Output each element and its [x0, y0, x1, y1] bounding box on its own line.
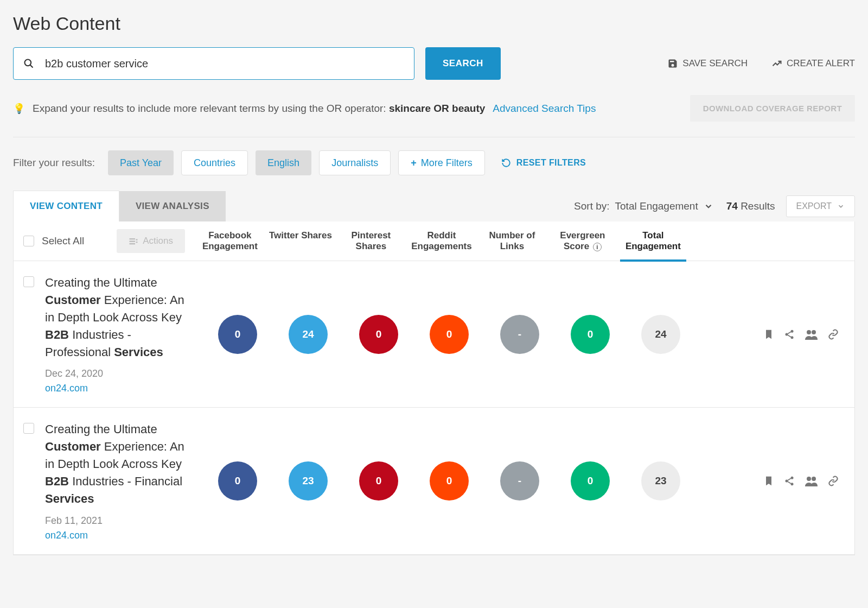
plus-icon: +: [411, 157, 417, 169]
alert-icon: [771, 58, 782, 69]
metric-evergreen: 0: [571, 461, 610, 501]
result-domain-link[interactable]: on24.com: [45, 383, 194, 394]
chevron-down-icon: [837, 201, 845, 211]
result-title[interactable]: Creating the Ultimate Customer Experienc…: [45, 274, 194, 360]
tab-view-content[interactable]: VIEW CONTENT: [13, 191, 119, 221]
search-input[interactable]: [45, 58, 404, 70]
create-alert-label: CREATE ALERT: [787, 58, 855, 69]
metric-facebook: 0: [218, 461, 257, 501]
share-icon[interactable]: [784, 476, 795, 486]
export-button[interactable]: EXPORT: [786, 195, 856, 217]
filter-chip-past-year[interactable]: Past Year: [108, 150, 174, 175]
metric-links: -: [500, 315, 539, 354]
create-alert-button[interactable]: CREATE ALERT: [771, 58, 855, 69]
result-date: Dec 24, 2020: [45, 368, 194, 379]
col-pinterest[interactable]: Pinterest Shares: [336, 230, 406, 252]
download-coverage-report-button: DOWNLOAD COVERAGE REPORT: [690, 95, 855, 122]
col-evergreen[interactable]: Evergreen Score i: [547, 230, 618, 252]
page-title: Web Content: [13, 13, 855, 34]
svg-line-1: [30, 65, 33, 68]
row-checkbox[interactable]: [23, 423, 34, 434]
svg-point-3: [786, 333, 788, 335]
svg-point-2: [791, 330, 794, 332]
metric-twitter: 23: [289, 461, 328, 501]
advanced-search-tips-link[interactable]: Advanced Search Tips: [493, 103, 596, 115]
metric-links: -: [500, 461, 539, 501]
result-row: Creating the Ultimate Customer Experienc…: [14, 408, 854, 554]
metric-evergreen: 0: [571, 315, 610, 354]
sort-by-dropdown[interactable]: Sort by: Total Engagement: [574, 200, 713, 212]
save-icon: [667, 58, 678, 69]
link-icon[interactable]: [827, 329, 839, 340]
search-icon: [23, 58, 34, 69]
link-icon[interactable]: [827, 476, 839, 486]
reset-filters-button[interactable]: RESET FILTERS: [501, 158, 586, 168]
filter-chip-journalists[interactable]: Journalists: [319, 150, 391, 175]
result-title[interactable]: Creating the Ultimate Customer Experienc…: [45, 421, 194, 507]
svg-point-6: [812, 330, 816, 334]
save-search-button[interactable]: SAVE SEARCH: [667, 58, 748, 69]
svg-point-11: [812, 477, 816, 481]
select-all-label: Select All: [42, 235, 84, 247]
metric-total: 23: [641, 461, 680, 501]
col-twitter[interactable]: Twitter Shares: [265, 230, 336, 252]
col-reddit[interactable]: Reddit Engagements: [406, 230, 477, 252]
select-all-checkbox[interactable]: [23, 236, 34, 246]
actions-button: Actions: [117, 229, 185, 253]
actions-icon: [129, 236, 138, 246]
result-row: Creating the Ultimate Customer Experienc…: [14, 261, 854, 408]
metric-facebook: 0: [218, 315, 257, 354]
bookmark-icon[interactable]: [763, 476, 774, 486]
info-icon[interactable]: i: [593, 243, 602, 251]
svg-point-0: [25, 60, 31, 66]
row-checkbox[interactable]: [23, 276, 34, 287]
metric-reddit: 0: [430, 461, 469, 501]
lightbulb-icon: 💡: [13, 103, 25, 115]
metric-pinterest: 0: [359, 315, 398, 354]
col-facebook[interactable]: Facebook Engagement: [195, 230, 265, 252]
metric-twitter: 24: [289, 315, 328, 354]
col-total-engagement[interactable]: Total Engagement: [618, 230, 688, 252]
filter-chip-english[interactable]: English: [256, 150, 311, 175]
svg-point-5: [807, 330, 811, 334]
metric-total: 24: [641, 315, 680, 354]
filter-label: Filter your results:: [13, 157, 95, 169]
result-date: Feb 11, 2021: [45, 515, 194, 527]
people-icon[interactable]: [805, 329, 818, 340]
tip-text: Expand your results to include more rele…: [33, 103, 485, 115]
save-search-label: SAVE SEARCH: [682, 58, 748, 69]
metric-pinterest: 0: [359, 461, 398, 501]
chevron-down-icon: [704, 200, 713, 212]
results-count: 74 Results: [726, 200, 775, 212]
svg-point-9: [791, 483, 794, 486]
col-links[interactable]: Number of Links: [477, 230, 547, 252]
search-button[interactable]: SEARCH: [425, 47, 501, 80]
search-box[interactable]: [13, 47, 414, 80]
svg-point-4: [791, 336, 794, 339]
svg-point-8: [786, 480, 788, 483]
tab-view-analysis[interactable]: VIEW ANALYSIS: [119, 191, 226, 221]
share-icon[interactable]: [784, 329, 795, 340]
result-domain-link[interactable]: on24.com: [45, 530, 194, 541]
bookmark-icon[interactable]: [763, 329, 774, 340]
people-icon[interactable]: [805, 476, 818, 486]
refresh-icon: [501, 158, 511, 168]
metric-reddit: 0: [430, 315, 469, 354]
svg-point-7: [791, 477, 794, 479]
svg-point-10: [807, 477, 811, 481]
more-filters-button[interactable]: + More Filters: [398, 150, 485, 175]
filter-chip-countries[interactable]: Countries: [181, 150, 248, 175]
